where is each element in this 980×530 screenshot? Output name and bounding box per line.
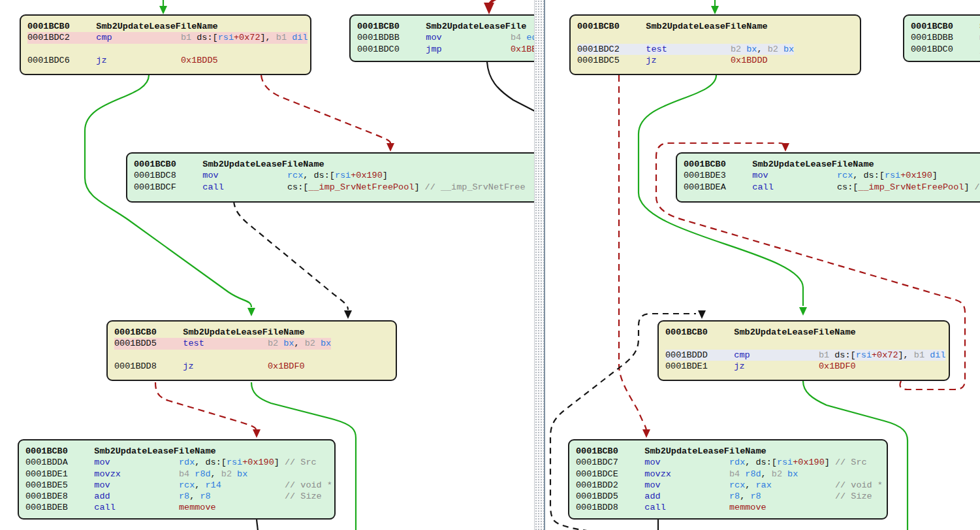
instruction-line xyxy=(577,32,853,43)
instruction-line: 0001BDD8 jz 0x1BDF0 xyxy=(114,361,389,372)
diff-highlighted-instruction-line: 0001BDC2 cmp b1 ds:[rsi+0x72], b1 dil xyxy=(27,32,304,43)
instruction-line: 0001BDDA mov rdx, ds:[rsi+0x190] // Src xyxy=(25,457,328,468)
instruction-line: 0001BDC5 jz 0x1BDDD xyxy=(577,55,853,66)
flow-edge xyxy=(155,382,256,429)
primary-graph-pane: 0001BCB0 Smb2UpdateLeaseFileName0001BDC2… xyxy=(0,0,534,530)
instruction-line: 0001BDD5 add r8, r8 // Size xyxy=(576,491,880,502)
basic-block-node[interactable]: 0001BCB0 Smb2UpdateLeaseFileName0001BDE3… xyxy=(676,152,980,203)
edge-arrowhead-icon xyxy=(698,310,706,319)
edge-arrowhead-icon xyxy=(344,310,352,319)
instruction-line: 0001BDC0 jmp xyxy=(911,44,980,55)
basic-block-node[interactable]: 0001BCB0 Smb2UpdateLeaseFileName0001BDDA… xyxy=(18,439,336,520)
diff-highlighted-instruction-line: 0001BDC2 test b2 bx, b2 bx xyxy=(577,44,853,55)
flow-edge xyxy=(261,75,390,143)
basic-block-node[interactable]: 0001BCB0 Smb2UpdateLeaseFileName 0001BDC… xyxy=(569,14,861,75)
instruction-line: 0001BDEB call memmove xyxy=(25,502,328,513)
instruction-line: 0001BDEA call cs:[__imp_SrvNetFreePool] … xyxy=(684,182,980,193)
instruction-line: 0001BDE5 mov rcx, r14 // void * xyxy=(25,480,328,491)
instruction-line: 0001BDE1 movzx b4 r8d, b2 bx xyxy=(25,469,328,480)
edge-arrowhead-icon xyxy=(247,308,255,316)
instruction-line xyxy=(665,338,942,349)
diff-highlighted-instruction-line: 0001BDDD cmp b1 ds:[rsi+0x72], b1 dil xyxy=(665,350,942,361)
basic-block-node[interactable]: 0001BCB0 Smb20001BDBB mov0001BDC0 jmp xyxy=(903,14,980,62)
instruction-line: 0001BCB0 Smb2UpdateLeaseFile xyxy=(357,21,534,32)
instruction-line: 0001BDBB mov b4 edi, xyxy=(357,32,534,43)
instruction-line: 0001BDCE movzx b4 r8d, b2 bx xyxy=(576,469,880,480)
instruction-line: 0001BCB0 Smb2UpdateLeaseFileName xyxy=(576,446,880,457)
instruction-line: 0001BDD2 mov rcx, rax // void * xyxy=(576,480,880,491)
flow-edge xyxy=(257,520,258,530)
edge-arrowhead-icon xyxy=(484,3,494,14)
edge-arrowhead-icon xyxy=(387,143,394,152)
flow-edge xyxy=(234,201,348,310)
instruction-line: 0001BDBB mov xyxy=(911,32,980,43)
edge-arrowhead-icon xyxy=(642,429,650,438)
instruction-line: 0001BCB0 Smb2UpdateLeaseFileName xyxy=(25,446,328,457)
basic-block-node[interactable]: 0001BCB0 Smb2UpdateLeaseFileName0001BDC7… xyxy=(568,439,888,520)
instruction-line: 0001BDE1 jz 0x1BDF0 xyxy=(665,361,942,372)
basic-block-node[interactable]: 0001BCB0 Smb2UpdateLeaseFileName0001BDC2… xyxy=(20,14,311,75)
instruction-line: 0001BDC7 mov rdx, ds:[rsi+0x190] // Src xyxy=(576,457,880,468)
basic-block-node[interactable]: 0001BCB0 Smb2UpdateLeaseFile0001BDBB mov… xyxy=(349,14,534,62)
basic-block-node[interactable]: 0001BCB0 Smb2UpdateLeaseFileName 0001BDD… xyxy=(657,320,950,381)
instruction-line: 0001BCB0 Smb2 xyxy=(911,21,980,32)
instruction-line: 0001BCB0 Smb2UpdateLeaseFileName xyxy=(134,159,534,170)
instruction-line: 0001BDC8 mov rcx, ds:[rsi+0x190] xyxy=(134,170,534,181)
edge-arrowhead-icon xyxy=(782,143,789,152)
flow-edge xyxy=(487,62,534,113)
basic-block-node[interactable]: 0001BCB0 Smb2UpdateLeaseFileName0001BDD5… xyxy=(106,320,397,381)
diff-highlighted-instruction-line: 0001BDD5 test b2 bx, b2 bx xyxy=(114,338,389,349)
instruction-line: 0001BCB0 Smb2UpdateLeaseFileName xyxy=(114,327,389,338)
pane-divider-scrollbar[interactable] xyxy=(534,0,545,530)
flow-edge xyxy=(619,75,646,431)
edge-arrowhead-icon xyxy=(711,6,719,14)
graph-diff-window: 0001BCB0 Smb2UpdateLeaseFileName0001BDC2… xyxy=(0,0,980,530)
instruction-line: 0001BDC6 jz 0x1BDD5 xyxy=(27,55,304,66)
instruction-line: 0001BDD8 call memmove xyxy=(576,502,880,513)
instruction-line: 0001BCB0 Smb2UpdateLeaseFileName xyxy=(577,21,853,32)
instruction-line: 0001BCB0 Smb2UpdateLeaseFileName xyxy=(684,159,980,170)
instruction-line: 0001BCB0 Smb2UpdateLeaseFileName xyxy=(665,327,942,338)
instruction-line: 0001BDE8 add r8, r8 // Size xyxy=(25,491,328,502)
edge-arrowhead-icon xyxy=(799,307,807,316)
instruction-line: 0001BDE3 mov rcx, ds:[rsi+0x190] xyxy=(684,170,980,181)
instruction-line: 0001BCB0 Smb2UpdateLeaseFileName xyxy=(27,21,304,32)
instruction-line: 0001BDC0 jmp 0x1BE24 xyxy=(357,44,534,55)
basic-block-node[interactable]: 0001BCB0 Smb2UpdateLeaseFileName0001BDC8… xyxy=(126,152,534,203)
secondary-graph-pane: 0001BCB0 Smb2UpdateLeaseFileName 0001BDC… xyxy=(545,0,980,530)
edge-arrowhead-icon xyxy=(159,6,167,14)
instruction-line xyxy=(27,44,304,55)
instruction-line: 0001BDCF call cs:[__imp_SrvNetFreePool] … xyxy=(134,182,534,193)
instruction-line xyxy=(114,350,389,361)
edge-arrowhead-icon xyxy=(253,429,261,438)
